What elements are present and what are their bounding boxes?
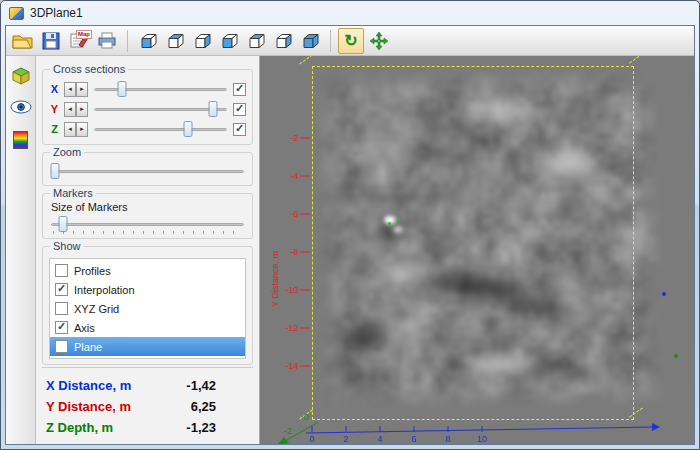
z-depth-readout: Z Depth, m -1,23	[46, 417, 249, 438]
group-title: Show	[50, 240, 84, 252]
side-toolbar	[6, 56, 36, 444]
interpolation-checkbox[interactable]	[55, 283, 68, 296]
spin-left-button[interactable]: ◄	[64, 82, 76, 97]
profiles-checkbox[interactable]	[55, 264, 68, 277]
slider-thumb[interactable]	[58, 216, 67, 232]
view-cube-4-button[interactable]	[216, 28, 242, 54]
titlebar[interactable]: 3DPlane1	[1, 1, 699, 25]
axis-checkbox[interactable]	[55, 321, 68, 334]
y-tick-label: -2	[274, 133, 298, 143]
spin-left-button[interactable]: ◄	[64, 102, 76, 117]
main-toolbar: Map ↻	[6, 26, 694, 56]
show-item-profiles[interactable]: Profiles	[50, 261, 245, 280]
slider-track[interactable]	[94, 128, 227, 131]
coordinate-readouts: X Distance, m -1,42 Y Distance, m 6,25 Z…	[42, 367, 253, 442]
z-section-label: Z	[49, 123, 60, 135]
view-cube-1-button[interactable]	[135, 28, 161, 54]
view-cube-5-button[interactable]	[243, 28, 269, 54]
blue-marker	[662, 292, 666, 296]
show-item-label: Axis	[74, 322, 95, 334]
save-button[interactable]	[38, 28, 64, 54]
box-corner-stub	[629, 56, 643, 63]
box-corner-stub	[299, 410, 313, 420]
y-distance-readout: Y Distance, m 6,25	[46, 396, 249, 417]
slider-thumb[interactable]	[208, 101, 217, 117]
palette-button[interactable]	[8, 127, 34, 153]
view-cube-6-button[interactable]	[270, 28, 296, 54]
rotate-icon: ↻	[344, 33, 357, 49]
show-item-interpolation[interactable]: Interpolation	[50, 280, 245, 299]
control-panel: Cross sections X ◄ ► Y	[36, 56, 260, 444]
xyz-grid-checkbox[interactable]	[55, 302, 68, 315]
window-title: 3DPlane1	[30, 6, 83, 20]
slider-track[interactable]	[51, 223, 244, 226]
cross-sections-group: Cross sections X ◄ ► Y	[42, 69, 253, 145]
z-section-spinner: ◄ ►	[64, 122, 88, 137]
spin-left-button[interactable]: ◄	[64, 122, 76, 137]
print-button[interactable]	[94, 28, 120, 54]
slider-track[interactable]	[94, 108, 227, 111]
x-section-checkbox[interactable]	[233, 83, 246, 96]
z-section-checkbox[interactable]	[233, 123, 246, 136]
z-depth-value: -1,23	[158, 420, 216, 435]
show-item-xyz-grid[interactable]: XYZ Grid	[50, 299, 245, 318]
view-cube-3-button[interactable]	[189, 28, 215, 54]
z-tick-label: -2	[284, 426, 292, 436]
green-marker	[674, 354, 678, 358]
y-section-row: Y ◄ ►	[49, 99, 246, 119]
green-marker	[388, 222, 391, 225]
y-section-slider[interactable]	[92, 100, 229, 118]
view-cube-7-button[interactable]	[297, 28, 323, 54]
slider-track[interactable]	[94, 88, 227, 91]
x-section-spinner: ◄ ►	[64, 82, 88, 97]
marker-size-slider[interactable]	[49, 215, 246, 233]
window-content: Map ↻	[5, 25, 695, 445]
report-button[interactable]: Map	[66, 28, 92, 54]
x-distance-label: X Distance, m	[46, 378, 158, 393]
y-tick-label: -6	[274, 209, 298, 219]
pan-view-button[interactable]	[366, 28, 392, 54]
bounding-box	[312, 66, 634, 420]
rotate-view-button[interactable]: ↻	[338, 28, 364, 54]
show-item-label: Profiles	[74, 265, 111, 277]
show-item-label: Interpolation	[74, 284, 135, 296]
show-item-plane[interactable]: Plane	[50, 337, 245, 356]
slider-thumb[interactable]	[183, 121, 192, 137]
spin-right-button[interactable]: ►	[76, 102, 88, 117]
plane-3d-button[interactable]	[8, 61, 34, 87]
zoom-slider[interactable]	[49, 162, 246, 180]
plane-checkbox[interactable]	[55, 340, 68, 353]
eye-icon	[10, 100, 32, 114]
y-distance-value: 6,25	[158, 399, 216, 414]
view-cube-2-button[interactable]	[162, 28, 188, 54]
x-tick-label: 0	[309, 434, 314, 444]
view-options-button[interactable]	[8, 94, 34, 120]
x-tick-label: 8	[445, 434, 450, 444]
y-section-label: Y	[49, 103, 60, 115]
zoom-group: Zoom	[42, 152, 253, 186]
x-section-slider[interactable]	[92, 80, 229, 98]
app-body: Cross sections X ◄ ► Y	[6, 56, 694, 444]
x-tick-label: 2	[343, 434, 348, 444]
x-tick-label: 10	[477, 434, 487, 444]
printer-icon	[97, 32, 117, 49]
viewport[interactable]: Y Distance, m -2-4-6-8-10-12-1402468100-…	[260, 56, 694, 444]
x-distance-readout: X Distance, m -1,42	[46, 375, 249, 396]
show-item-axis[interactable]: Axis	[50, 318, 245, 337]
box-corner-stub	[299, 56, 313, 64]
slider-thumb[interactable]	[50, 163, 59, 179]
spin-right-button[interactable]: ►	[76, 122, 88, 137]
group-title: Markers	[50, 187, 96, 199]
x-tick-label: 6	[411, 434, 416, 444]
spin-right-button[interactable]: ►	[76, 82, 88, 97]
show-item-label: XYZ Grid	[74, 303, 119, 315]
slider-track[interactable]	[51, 170, 244, 173]
slider-thumb[interactable]	[118, 81, 127, 97]
z-section-slider[interactable]	[92, 120, 229, 138]
y-tick-label: -14	[274, 361, 298, 371]
y-section-checkbox[interactable]	[233, 103, 246, 116]
x-section-label: X	[49, 83, 60, 95]
y-tick-label: -4	[274, 171, 298, 181]
view-cube-group	[135, 28, 323, 54]
open-file-button[interactable]	[10, 28, 36, 54]
